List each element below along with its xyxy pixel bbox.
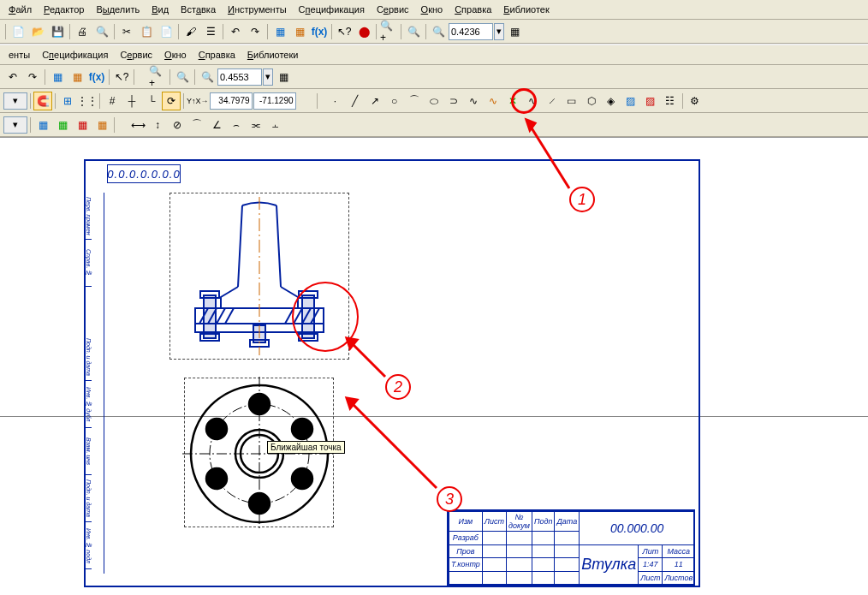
dim-auto-icon[interactable]: ⫠ [266,116,285,134]
help-cursor2-icon[interactable]: ↖? [112,68,131,86]
menu-window2[interactable]: Окно [159,47,192,62]
menu-editor[interactable]: Редактор [39,2,89,17]
cut-icon[interactable]: ✂ [117,22,136,41]
brush-icon[interactable]: 🖌 [181,22,200,41]
app3-icon[interactable]: ▦ [73,116,92,134]
zoom-level-input2[interactable] [217,68,262,86]
redo-icon[interactable]: ↷ [246,22,265,41]
style-dropdown-icon[interactable]: ▾ [3,116,27,134]
break-icon[interactable]: ✕ [503,92,522,110]
coord-y-input[interactable] [253,92,296,110]
menu-spec[interactable]: Спецификация [294,2,370,17]
contour-icon[interactable]: ◈ [602,92,621,110]
tree-icon[interactable]: ▦ [290,22,309,41]
zoom-fit-icon[interactable]: 🔍 [404,22,423,41]
zoom-in2-icon[interactable]: 🔍+ [148,68,167,86]
properties-icon[interactable]: ☰ [201,22,220,41]
print-icon[interactable]: 🖨 [73,22,92,41]
zoom-fit2-icon[interactable]: 🔍 [173,68,192,86]
zoom-window2-icon[interactable]: 🔍 [198,68,217,86]
nurbs-icon[interactable]: ∿ [523,92,542,110]
zoom-in-icon[interactable]: 🔍+ [379,22,398,41]
menu-fragment[interactable]: енты [3,47,35,62]
point-icon[interactable]: · [326,92,345,110]
dim-height-icon[interactable]: ↕ [148,116,167,134]
refresh2-icon[interactable]: ▦ [274,68,293,86]
open-icon[interactable]: 📂 [28,22,47,41]
new-icon[interactable]: 📄 [9,22,27,41]
separator [114,117,115,133]
menu-select[interactable]: Выделить [91,2,145,17]
menu-view[interactable]: Вид [146,2,174,17]
separator [223,24,223,39]
fill-icon[interactable]: ▨ [641,92,660,110]
stop-icon[interactable]: ⬤ [354,22,373,41]
polygon-icon[interactable]: ⬡ [582,92,601,110]
grid-dots-icon[interactable]: ⋮⋮ [78,92,97,110]
help-cursor-icon[interactable]: ↖? [335,22,354,41]
bezier-icon[interactable]: ∿ [484,92,502,110]
app4-icon[interactable]: ▦ [92,116,111,134]
menu-lib2[interactable]: Библиотеки [242,47,304,62]
axis-icon[interactable]: ┼ [122,92,141,110]
copy-icon[interactable]: 📋 [137,22,156,41]
menu-tools[interactable]: Инструменты [223,2,292,17]
manager-icon[interactable]: ▦ [271,22,289,41]
line-arrow-icon[interactable]: ↗ [366,92,384,110]
line-icon[interactable]: ╱ [346,92,365,110]
separator [45,69,45,85]
layer-dropdown-icon[interactable]: ▾ [3,92,27,110]
dim-linear-icon[interactable]: ⟷ [128,116,147,134]
rectangle-icon[interactable]: ▭ [562,92,581,110]
polyline-icon[interactable]: ⟋ [543,92,562,110]
menu-insert[interactable]: Вставка [175,2,221,17]
fx-icon[interactable]: f(x) [310,22,329,41]
menu-help2[interactable]: Справка [193,47,241,62]
grid-hash-icon[interactable]: # [103,92,122,110]
assembly-icon[interactable]: ⚙ [686,92,705,110]
ortho-icon[interactable]: └ [142,92,161,110]
redo2-icon[interactable]: ↷ [23,68,42,86]
dim-chain-icon[interactable]: ⫘ [247,116,265,134]
app2-icon[interactable]: ▦ [53,116,72,134]
menu-service2[interactable]: Сервис [115,47,158,62]
dim-diameter-icon[interactable]: ⊘ [168,116,187,134]
spline-icon[interactable]: ∿ [464,92,483,110]
save-icon[interactable]: 💾 [48,22,67,41]
circle-icon[interactable]: ○ [385,92,404,110]
undo-icon[interactable]: ↶ [226,22,245,41]
grid-icon[interactable]: ⊞ [58,92,77,110]
hatch-icon[interactable]: ▨ [621,92,640,110]
menu-help[interactable]: Справка [449,2,496,17]
dim-radius-icon[interactable]: ⌒ [187,116,206,134]
menu-spec2[interactable]: Спецификация [37,47,113,62]
fx2-icon[interactable]: f(x) [87,68,106,86]
coord-x-input[interactable] [210,92,253,110]
title-block: ИзмЛист№ докумПодпДата 00.000.00 Разраб … [447,509,695,586]
menu-service[interactable]: Сервис [372,2,414,17]
zoom-dropdown2-icon[interactable]: ▾ [263,68,273,86]
separator [69,24,70,39]
zoom-window-icon[interactable]: 🔍 [429,22,448,41]
dim-arc-icon[interactable]: ⌢ [227,116,246,134]
ellipse-arc-icon[interactable]: ⊃ [444,92,463,110]
snap-magnet-icon[interactable]: 🧲 [33,92,52,110]
dim-angle-icon[interactable]: ∠ [207,116,226,134]
separator [425,24,426,39]
paste-icon[interactable]: 📄 [157,22,175,41]
refresh-icon[interactable]: ▦ [505,22,524,41]
app1-icon[interactable]: ▦ [33,116,52,134]
manager2-icon[interactable]: ▦ [48,68,67,86]
round-icon[interactable]: ⟳ [162,92,181,110]
tree2-icon[interactable]: ▦ [68,68,86,86]
equidistant-icon[interactable]: ☷ [661,92,680,110]
menu-lib[interactable]: Библиотек [498,2,554,17]
ellipse-icon[interactable]: ⬭ [425,92,443,110]
arc-icon[interactable]: ⌒ [405,92,424,110]
zoom-dropdown-icon[interactable]: ▾ [494,23,504,40]
menu-window[interactable]: Окно [416,2,449,17]
undo2-icon[interactable]: ↶ [3,68,22,86]
menu-file[interactable]: ФФайлайл [3,2,37,17]
preview-icon[interactable]: 🔍 [92,22,111,41]
zoom-level-input[interactable] [449,23,493,40]
